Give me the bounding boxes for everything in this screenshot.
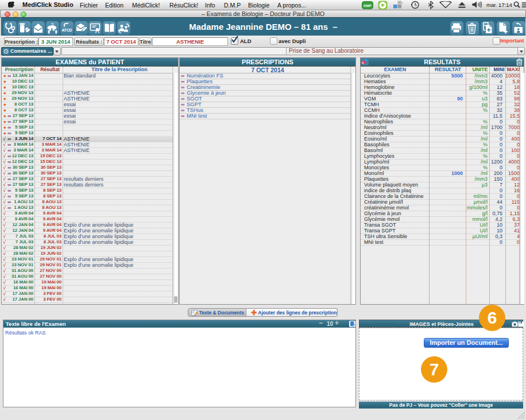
svg-text:ATCD: ATCD <box>61 28 72 32</box>
svg-text:DMP: DMP <box>363 3 371 7</box>
